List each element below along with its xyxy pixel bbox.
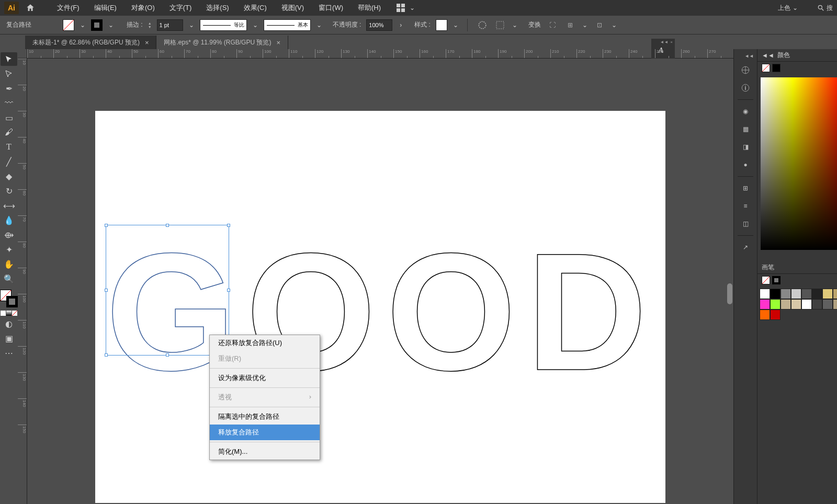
cm-pixel[interactable]: 设为像素级优化 xyxy=(210,370,320,386)
fill-swatch-mini[interactable] xyxy=(762,64,770,72)
appearance-icon[interactable]: ◉ xyxy=(738,104,753,119)
swatch[interactable] xyxy=(801,299,812,310)
swatch[interactable] xyxy=(770,310,781,320)
gradient-icon[interactable]: ◨ xyxy=(738,140,753,154)
align-icon[interactable]: ≡ xyxy=(738,199,753,213)
transform-icon-3[interactable]: ⊡ xyxy=(593,19,606,31)
stroke-swatch-mini[interactable] xyxy=(772,276,781,284)
glyph-d[interactable]: D xyxy=(526,215,647,408)
transform-label[interactable]: 变换 xyxy=(528,20,541,29)
recolor-icon[interactable] xyxy=(476,19,489,31)
swatch[interactable] xyxy=(822,299,833,310)
color-spectrum[interactable] xyxy=(761,77,837,250)
cm-isolate[interactable]: 隔离选中的复合路径 xyxy=(210,409,320,425)
chevron-down-icon[interactable]: ⌄ xyxy=(409,5,415,11)
swatch[interactable] xyxy=(781,289,791,299)
brush-definition[interactable] xyxy=(264,19,311,31)
swatch[interactable] xyxy=(791,289,801,299)
swatch[interactable] xyxy=(812,289,822,299)
menu-file[interactable]: 文件(F) xyxy=(51,0,86,16)
stroke-weight-stepper[interactable]: ▲▼ xyxy=(148,21,152,29)
close-icon[interactable]: × xyxy=(670,40,673,42)
line-tool[interactable]: ╱ xyxy=(1,155,17,168)
zoom-tool[interactable]: 🔍 xyxy=(1,272,17,285)
selection-tool[interactable] xyxy=(1,52,17,66)
eyedropper-tool[interactable]: 💧 xyxy=(1,213,17,227)
pathfinder-icon[interactable]: ⊞ xyxy=(738,181,753,196)
info-icon[interactable]: i xyxy=(738,81,753,95)
collapse-icon[interactable]: ◄◄ xyxy=(744,53,754,59)
more-tools-icon[interactable]: ⋯ xyxy=(1,346,17,360)
panel-header-color[interactable]: ◄◄ 颜色 xyxy=(757,49,837,62)
menu-object[interactable]: 对象(O) xyxy=(125,0,161,16)
menu-help[interactable]: 帮助(H) xyxy=(352,0,387,16)
menu-effect[interactable]: 效果(C) xyxy=(237,0,273,16)
direct-selection-tool[interactable] xyxy=(1,67,17,81)
graphic-style-swatch[interactable] xyxy=(436,19,447,31)
stroke-swatch[interactable] xyxy=(91,19,103,31)
blend-icon[interactable]: ● xyxy=(738,157,753,172)
chevron-down-icon[interactable]: ⌄ xyxy=(188,22,195,28)
pen-tool[interactable]: ✒ xyxy=(1,82,17,95)
chevron-right-icon[interactable]: › xyxy=(398,22,404,28)
swatch[interactable] xyxy=(833,299,837,310)
chevron-down-icon[interactable]: ⌄ xyxy=(252,22,258,28)
shape-tool[interactable]: ◆ xyxy=(1,169,17,183)
canvas-viewport[interactable]: G O O D 路径 xyxy=(27,59,733,504)
stroke-swatch-mini[interactable] xyxy=(772,64,781,72)
tab-document-1[interactable]: 未标题-1* @ 62.86% (RGB/GPU 预览) × xyxy=(25,36,156,49)
swatch[interactable] xyxy=(791,299,801,310)
symbol-tool[interactable]: ✦ xyxy=(1,243,17,256)
swatch[interactable] xyxy=(760,289,770,299)
swatch[interactable] xyxy=(760,310,770,320)
draw-mode-icon[interactable]: ◐ xyxy=(1,317,17,330)
transform-icon[interactable]: ◫ xyxy=(738,216,753,231)
paintbrush-tool[interactable]: 🖌 xyxy=(1,125,17,139)
variable-width-profile[interactable] xyxy=(200,19,247,31)
artboard[interactable]: G O O D 路径 xyxy=(95,111,665,503)
fill-swatch-mini[interactable] xyxy=(762,276,770,284)
menu-edit[interactable]: 编辑(E) xyxy=(88,0,123,16)
menu-select[interactable]: 选择(S) xyxy=(200,0,235,16)
menu-type[interactable]: 文字(T) xyxy=(163,0,198,16)
menu-window[interactable]: 窗口(W) xyxy=(312,0,349,16)
swatch[interactable] xyxy=(822,289,833,299)
export-icon[interactable]: ↗ xyxy=(738,240,753,255)
fill-stroke-indicator[interactable] xyxy=(0,290,18,307)
type-tool[interactable]: T xyxy=(1,140,17,154)
home-icon[interactable] xyxy=(24,2,37,14)
transform-icon-1[interactable]: ⛶ xyxy=(546,19,559,31)
close-icon[interactable]: × xyxy=(145,39,149,47)
swatch[interactable] xyxy=(781,299,791,310)
swatch[interactable] xyxy=(770,299,781,310)
swatch[interactable] xyxy=(812,299,822,310)
glyph-o2[interactable]: O xyxy=(386,215,516,408)
rectangle-tool[interactable]: ▭ xyxy=(1,111,17,124)
gradient-mode-icon[interactable] xyxy=(6,311,12,316)
fill-swatch[interactable] xyxy=(63,19,74,31)
chevron-down-icon[interactable]: ⌄ xyxy=(108,22,114,28)
transparency-icon[interactable]: ▦ xyxy=(738,122,753,136)
chevron-down-icon[interactable]: ⌄ xyxy=(512,22,518,28)
collapse-icon[interactable]: ◄◄ xyxy=(762,52,774,59)
color-mode-icon[interactable] xyxy=(1,311,6,316)
swatch[interactable] xyxy=(801,289,812,299)
hand-tool[interactable]: ✋ xyxy=(1,257,17,271)
search-icon[interactable]: 搜 xyxy=(817,4,833,13)
chevron-down-icon[interactable]: ⌄ xyxy=(80,22,86,28)
ruler-vertical[interactable]: 102030405060708090100110120130140150 xyxy=(18,59,27,504)
scrollbar-vertical[interactable] xyxy=(726,111,733,504)
stroke-weight-input[interactable] xyxy=(157,19,183,31)
chevron-down-icon[interactable]: ⌄ xyxy=(316,22,322,28)
ruler-horizontal[interactable]: 1020304050607080901001101201301401501601… xyxy=(18,49,733,59)
chevron-down-icon[interactable]: ⌄ xyxy=(582,22,588,28)
close-icon[interactable]: × xyxy=(276,39,280,47)
menu-view[interactable]: 视图(V) xyxy=(275,0,310,16)
panel-header-brushes[interactable]: 画笔 xyxy=(757,261,837,274)
swatch[interactable] xyxy=(833,289,837,299)
curvature-tool[interactable]: 〰 xyxy=(1,96,17,110)
swatch[interactable] xyxy=(770,289,781,299)
opacity-input[interactable] xyxy=(366,19,392,31)
swatch[interactable] xyxy=(760,299,770,310)
screen-mode-icon[interactable]: ▣ xyxy=(1,331,17,345)
